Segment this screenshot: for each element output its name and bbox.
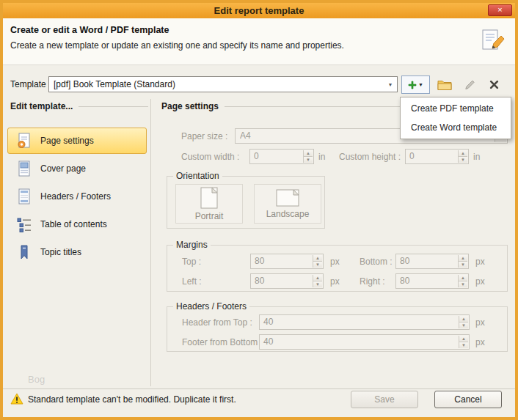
margin-top-label: Top :	[182, 254, 201, 269]
landscape-label: Landscape	[266, 209, 310, 219]
pencil-icon	[464, 79, 475, 91]
margin-right-label: Right :	[360, 274, 385, 289]
menu-item-create-word[interactable]: Create Word template	[401, 118, 511, 137]
cancel-button[interactable]: Cancel	[434, 391, 502, 408]
header-from-top-input[interactable]: 40 ▲▼	[259, 314, 470, 330]
spinner-up-icon[interactable]: ▲	[313, 275, 322, 281]
margin-bottom-unit: px	[475, 254, 485, 269]
spinner-down-icon[interactable]: ▼	[313, 281, 322, 287]
window-title: Edit report template	[3, 3, 515, 18]
sidebar-item-headers-footers[interactable]: Headers / Footers	[7, 183, 147, 210]
sidebar-item-label: Table of contents	[40, 219, 107, 229]
spinner-down-icon[interactable]: ▼	[459, 281, 467, 287]
edit-template-icon	[478, 28, 505, 54]
spinner-down-icon[interactable]: ▼	[459, 323, 468, 328]
margin-left-unit: px	[330, 274, 340, 289]
sidebar-item-label: Topic titles	[40, 247, 81, 257]
portrait-button[interactable]: Portrait	[175, 184, 243, 224]
spinner-up-icon[interactable]: ▲	[459, 150, 467, 157]
table-of-contents-icon	[15, 215, 33, 233]
spinner-up-icon[interactable]: ▲	[459, 336, 468, 342]
landscape-button[interactable]: Landscape	[254, 184, 321, 224]
custom-height-label: Custom height :	[339, 150, 401, 164]
custom-width-input[interactable]: 0 ▲▼	[249, 149, 314, 164]
spinner-down-icon[interactable]: ▼	[459, 342, 468, 348]
template-select[interactable]: [pdf] Book Template (Standard) ▼	[48, 76, 398, 92]
margins-group: Margins Top : 80 ▲▼ px Bottom : 80 ▲▼ px…	[167, 245, 508, 292]
header-from-top-label: Header from Top :	[182, 315, 252, 330]
sidebar-item-label: Headers / Footers	[40, 191, 111, 202]
topic-titles-icon	[15, 243, 33, 261]
header-from-top-unit: px	[475, 315, 485, 330]
footer-from-bottom-input[interactable]: 40 ▲▼	[259, 334, 470, 350]
menu-item-create-pdf[interactable]: Create PDF template	[401, 99, 511, 118]
landscape-page-icon	[276, 189, 299, 207]
rename-template-button[interactable]	[459, 75, 479, 94]
edit-report-template-dialog: Edit report template × Create or edit a …	[0, 0, 518, 420]
portrait-label: Portrait	[195, 211, 224, 221]
sidebar-item-label: Page settings	[40, 136, 94, 146]
titlebar: Edit report template	[3, 3, 515, 18]
plus-icon	[408, 81, 417, 89]
orientation-group: Orientation Portrait Landscape	[167, 176, 325, 229]
delete-icon	[489, 80, 499, 89]
orientation-group-title: Orientation	[173, 171, 222, 182]
footer-from-bottom-unit: px	[475, 335, 485, 350]
folder-icon	[437, 79, 452, 91]
save-button[interactable]: Save	[351, 391, 418, 408]
template-label: Template :	[10, 76, 51, 92]
warning-icon	[10, 393, 23, 407]
add-template-button[interactable]: ▼	[401, 75, 430, 94]
delete-template-button[interactable]	[484, 75, 504, 94]
margin-top-unit: px	[330, 254, 340, 269]
headers-footers-group-title: Headers / Footers	[173, 301, 249, 312]
footer-from-bottom-label: Footer from Bottom :	[182, 335, 263, 350]
divider	[150, 99, 151, 386]
open-template-button[interactable]	[434, 75, 455, 94]
menu-caret-icon: ▼	[418, 82, 423, 87]
portrait-page-icon	[200, 187, 218, 209]
custom-height-unit: in	[473, 150, 480, 164]
status-message: Standard template can't be modified. Dup…	[28, 394, 236, 405]
spinner-down-icon[interactable]: ▼	[459, 262, 467, 268]
sidebar-item-table-of-contents[interactable]: Table of contents	[7, 211, 147, 237]
create-template-menu: Create PDF template Create Word template	[400, 97, 511, 139]
template-select-value: [pdf] Book Template (Standard)	[54, 77, 382, 92]
margin-right-unit: px	[475, 274, 485, 289]
margin-bottom-input[interactable]: 80 ▲▼	[395, 254, 469, 269]
paper-size-label: Paper size :	[181, 129, 227, 144]
headers-footers-icon	[15, 188, 33, 205]
header-subtitle: Create a new template or update an exist…	[10, 40, 344, 51]
headers-footers-group: Headers / Footers Header from Top : 40 ▲…	[167, 306, 508, 352]
sidebar-item-topic-titles[interactable]: Topic titles	[7, 239, 147, 265]
spinner-down-icon[interactable]: ▼	[313, 262, 322, 268]
margin-bottom-label: Bottom :	[360, 254, 393, 269]
sidebar-item-page-settings[interactable]: Page settings	[7, 128, 147, 154]
chevron-down-icon[interactable]: ▼	[384, 78, 396, 91]
sidebar-title: Edit template...	[10, 101, 148, 111]
divider	[79, 106, 148, 107]
spinner-up-icon[interactable]: ▲	[459, 316, 468, 323]
spinner-down-icon[interactable]: ▼	[304, 157, 313, 163]
close-button[interactable]: ×	[488, 4, 512, 16]
margin-left-label: Left :	[182, 274, 202, 289]
custom-width-unit: in	[318, 150, 325, 164]
spinner-up-icon[interactable]: ▲	[313, 255, 322, 262]
watermark: Bog	[28, 374, 45, 385]
divider	[3, 388, 515, 389]
spinner-up-icon[interactable]: ▲	[459, 255, 467, 262]
margin-right-input[interactable]: 80 ▲▼	[395, 273, 469, 289]
page-settings-icon	[15, 132, 33, 150]
spinner-up-icon[interactable]: ▲	[304, 150, 313, 157]
spinner-up-icon[interactable]: ▲	[459, 275, 467, 281]
custom-height-input[interactable]: 0 ▲▼	[405, 149, 469, 164]
spinner-down-icon[interactable]: ▼	[459, 157, 467, 163]
dialog-header: Create or edit a Word / PDF template Cre…	[3, 18, 515, 65]
margin-left-input[interactable]: 80 ▲▼	[250, 273, 324, 289]
margin-top-input[interactable]: 80 ▲▼	[250, 254, 324, 269]
close-icon: ×	[497, 5, 502, 14]
custom-width-label: Custom width :	[181, 150, 239, 164]
sidebar-item-cover-page[interactable]: Cover page	[7, 155, 147, 182]
margins-group-title: Margins	[173, 240, 211, 251]
cover-page-icon	[15, 160, 33, 177]
